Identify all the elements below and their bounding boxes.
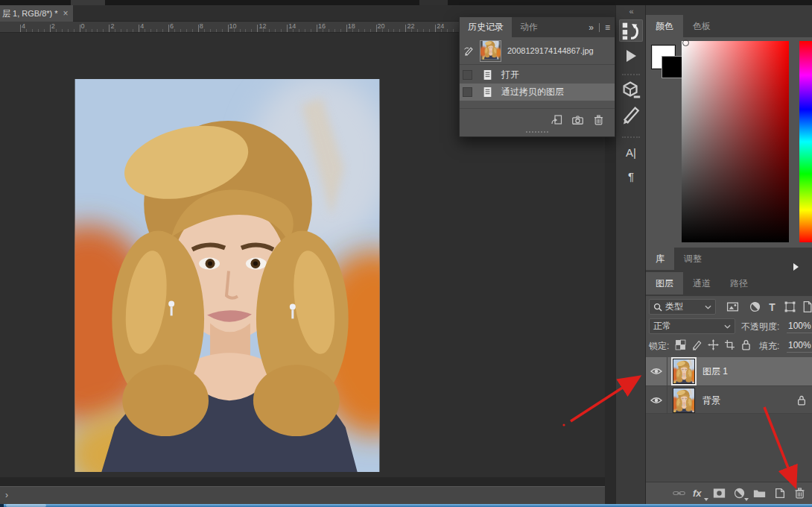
history-panel-icon[interactable] bbox=[619, 19, 643, 42]
taskbar-button[interactable] bbox=[6, 504, 46, 507]
ruler-number: 0 bbox=[81, 22, 85, 30]
titlebar-fragment bbox=[71, 0, 105, 5]
tab-adjustments[interactable]: 调整 bbox=[674, 248, 711, 270]
filter-adjustment-layers-icon[interactable] bbox=[749, 300, 761, 313]
color-panel-tabs: 颜色色板 bbox=[646, 15, 812, 37]
tab-libraries[interactable]: 库 bbox=[646, 248, 674, 270]
history-brush-source-icon[interactable] bbox=[463, 45, 475, 57]
panel-resize-handle[interactable] bbox=[460, 129, 615, 136]
filter-shape-layers-icon[interactable] bbox=[784, 300, 796, 313]
layer-name[interactable]: 图层 1 bbox=[702, 357, 728, 385]
ruler-number: 2 bbox=[51, 22, 55, 30]
lock-image-icon[interactable] bbox=[691, 339, 702, 350]
new-adjustment-layer-icon[interactable] bbox=[733, 488, 746, 499]
ruler-number: 24 bbox=[437, 22, 444, 30]
blend-mode-row: 正常 不透明度: 100% bbox=[646, 318, 812, 335]
horizontal-scrollbar-track[interactable] bbox=[0, 477, 605, 486]
lock-artboard-icon[interactable] bbox=[724, 339, 735, 350]
play-icon bbox=[627, 50, 636, 62]
document-state-icon bbox=[483, 86, 492, 98]
delete-state-trash-icon[interactable] bbox=[593, 115, 604, 125]
fill-value[interactable]: 100% bbox=[787, 338, 812, 353]
layer-row-layer1[interactable]: 图层 1 bbox=[646, 357, 812, 385]
tab-history[interactable]: 历史记录 bbox=[460, 17, 512, 37]
snapshot-thumbnail[interactable] bbox=[480, 40, 501, 62]
history-state-layer-via-copy[interactable]: 通过拷贝的图层 bbox=[460, 84, 615, 101]
status-expand-chevron[interactable]: › bbox=[5, 490, 8, 500]
filter-smart-objects-icon[interactable] bbox=[801, 300, 812, 313]
tab-close-icon[interactable]: × bbox=[63, 5, 69, 22]
history-panel: 历史记录动作 » ≡ 2008129174144867.jpg 打开 通过拷贝的… bbox=[459, 16, 615, 137]
notes-panel-icon[interactable] bbox=[619, 104, 643, 126]
layers-bottom-bar: fx bbox=[646, 482, 812, 504]
blend-mode-select[interactable]: 正常 bbox=[649, 318, 735, 334]
visibility-eye-icon[interactable] bbox=[646, 386, 667, 415]
add-layer-mask-icon[interactable] bbox=[713, 488, 726, 499]
filter-pixel-layers-icon[interactable] bbox=[726, 300, 739, 313]
layer-thumbnail[interactable] bbox=[673, 388, 695, 413]
tab-channels[interactable]: 通道 bbox=[683, 272, 720, 295]
new-group-folder-icon[interactable] bbox=[753, 488, 766, 499]
adjustment-menu-triangle-icon bbox=[744, 498, 749, 501]
layers-panel-body: 类型 T 正常 不透明度: 100% 锁定: bbox=[646, 296, 812, 504]
snapshot-filename: 2008129174144867.jpg bbox=[507, 37, 594, 65]
ruler-number: 16 bbox=[318, 22, 326, 30]
layer-thumbnail[interactable] bbox=[673, 359, 695, 384]
dock-group-handle[interactable] bbox=[622, 136, 640, 138]
layer-name[interactable]: 背景 bbox=[702, 386, 720, 415]
lock-position-icon[interactable] bbox=[708, 339, 719, 350]
panel-overflow-icon[interactable]: » bbox=[589, 22, 594, 33]
layer-filter-kind-select[interactable]: 类型 bbox=[649, 299, 716, 315]
background-lock-icon bbox=[797, 395, 806, 406]
new-layer-icon[interactable] bbox=[773, 488, 786, 499]
tab-swatches[interactable]: 色板 bbox=[683, 15, 720, 37]
tab-actions[interactable]: 动作 bbox=[512, 17, 546, 37]
layers-empty-area bbox=[646, 414, 812, 482]
history-bottom-bar bbox=[460, 108, 615, 130]
lock-row: 锁定: 填充: 100% bbox=[646, 338, 812, 354]
filter-type-layers-icon[interactable]: T bbox=[766, 300, 778, 313]
document-tab[interactable]: 层 1, RGB/8*) *× bbox=[0, 5, 73, 22]
background-color-swatch[interactable] bbox=[662, 56, 684, 78]
visibility-eye-icon[interactable] bbox=[646, 357, 667, 385]
actions-panel-icon[interactable] bbox=[619, 45, 643, 67]
history-source-checkbox[interactable] bbox=[463, 70, 472, 80]
photoshop-window: 层 1, RGB/8*) *× 42024681012141618202224 … bbox=[0, 0, 812, 507]
panel-menu-icon[interactable]: ≡ bbox=[605, 22, 610, 33]
link-layers-icon[interactable] bbox=[673, 488, 685, 499]
saturation-brightness-field[interactable] bbox=[682, 41, 789, 242]
delete-layer-trash-icon[interactable] bbox=[793, 488, 806, 499]
new-document-from-state-icon[interactable] bbox=[551, 115, 562, 125]
tab-paths[interactable]: 路径 bbox=[720, 272, 758, 295]
lock-transparency-icon[interactable] bbox=[675, 339, 686, 350]
character-panel-icon[interactable]: A| bbox=[619, 141, 643, 163]
filter-kind-label: 类型 bbox=[665, 300, 702, 313]
chevron-down-icon bbox=[705, 305, 711, 309]
history-source-checkbox[interactable] bbox=[463, 87, 472, 97]
dock-group-handle[interactable] bbox=[622, 74, 640, 75]
layer-row-background[interactable]: 背景 bbox=[646, 385, 812, 414]
ruler-number: 8 bbox=[200, 22, 203, 30]
fx-menu-triangle-icon bbox=[704, 498, 708, 501]
windows-taskbar[interactable] bbox=[0, 504, 812, 507]
lock-all-icon[interactable] bbox=[740, 339, 752, 350]
new-snapshot-camera-icon[interactable] bbox=[572, 115, 583, 125]
document-image[interactable] bbox=[74, 79, 380, 472]
tab-layers[interactable]: 图层 bbox=[646, 272, 683, 295]
tab-color[interactable]: 颜色 bbox=[646, 15, 683, 37]
chevron-down-icon bbox=[724, 324, 731, 329]
collapse-panels-icon[interactable]: « bbox=[616, 7, 646, 16]
3d-panel-icon[interactable] bbox=[619, 78, 643, 101]
opacity-value[interactable]: 100% bbox=[787, 319, 812, 333]
panels-column: 颜色色板 库调整 图层通道路径 类型 bbox=[645, 5, 812, 504]
paragraph-panel-icon[interactable]: ¶ bbox=[619, 165, 643, 187]
titlebar-fragment bbox=[419, 0, 448, 5]
search-icon bbox=[653, 303, 662, 312]
hue-slider[interactable] bbox=[799, 41, 812, 242]
ruler-number: 12 bbox=[258, 22, 266, 30]
color-picker-marker[interactable] bbox=[682, 40, 689, 46]
history-snapshot-row[interactable]: 2008129174144867.jpg bbox=[460, 37, 615, 65]
titlebar bbox=[0, 0, 812, 5]
layer-style-fx-icon[interactable]: fx bbox=[693, 488, 705, 499]
history-state-open[interactable]: 打开 bbox=[460, 66, 615, 84]
